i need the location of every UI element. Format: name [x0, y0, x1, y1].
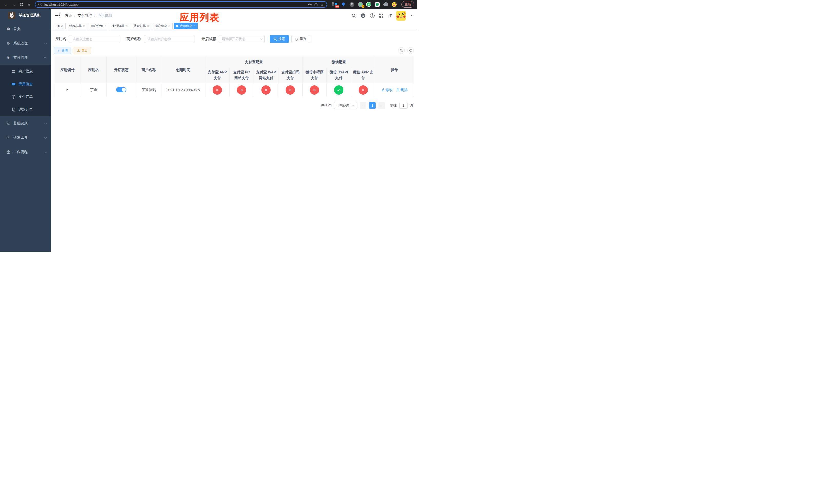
site-info-icon[interactable]: i	[39, 3, 42, 6]
app-table: 应用编号 应用名 开启状态 商户名称 创建时间 支付宝配置 微信配置 操作 支付…	[54, 56, 414, 97]
tab-user-group[interactable]: 用户分组×	[88, 23, 108, 29]
browser-toolbar: ← → ⌂ i localhost:1024/pay/app ☆ 10 ⌘ 1 …	[0, 0, 417, 9]
password-key-icon[interactable]	[308, 2, 312, 6]
cell-wechat-lite: ×	[302, 83, 327, 97]
col-status: 开启状态	[106, 57, 136, 83]
reload-icon[interactable]	[18, 3, 25, 6]
url-path: :1024/pay/app	[58, 3, 79, 6]
gem-extension-icon[interactable]	[341, 2, 346, 7]
sidebar-item-dev-tools[interactable]: 研发工具	[0, 131, 51, 145]
y-extension-icon[interactable]: y	[366, 2, 371, 7]
close-icon[interactable]: ×	[147, 24, 149, 27]
tab-home[interactable]: 首页	[55, 23, 66, 29]
toggle-search-button[interactable]	[398, 47, 405, 54]
extensions-puzzle-icon[interactable]	[383, 2, 388, 7]
col-alipay-wap: 支付宝 WAP 网站支付	[254, 67, 278, 83]
sidebar-item-workflow[interactable]: 工作流程	[0, 145, 51, 159]
sidebar-item-label: 工作流程	[13, 150, 28, 154]
sidebar-item-label: 商户信息	[19, 69, 33, 74]
plus-icon: ＋	[57, 48, 60, 53]
filter-app-name: 应用名	[54, 35, 120, 43]
avatar-caret-icon[interactable]	[410, 15, 413, 18]
status-badge: ×	[237, 85, 246, 95]
github-icon[interactable]	[360, 13, 366, 18]
share-icon[interactable]	[314, 2, 318, 6]
close-icon[interactable]: ×	[169, 24, 170, 27]
merchant-name-input[interactable]	[144, 35, 195, 43]
status-toggle[interactable]	[116, 87, 127, 92]
url-host: localhost	[44, 3, 58, 6]
reset-button[interactable]: 重置	[291, 35, 310, 43]
content: 应用名 商户名称 开启状态 请选择开启状态 搜索	[51, 30, 417, 109]
sidebar-fold-icon[interactable]	[56, 14, 60, 18]
tab-refund-order[interactable]: 退款订单×	[131, 23, 151, 29]
close-icon[interactable]: ×	[194, 24, 195, 27]
forward-icon[interactable]: →	[10, 2, 17, 7]
sidebar-item-label: 研发工具	[13, 135, 28, 140]
sidebar-item-pay-order[interactable]: ¥ 支付订单	[0, 91, 51, 103]
gear-icon: ⚙	[6, 41, 11, 46]
font-size-icon[interactable]: TT	[388, 13, 392, 18]
tab-merchant-info[interactable]: 商户信息×	[153, 23, 173, 29]
tab-pay-order[interactable]: 支付订单×	[110, 23, 130, 29]
delete-link[interactable]: 删除	[396, 88, 408, 92]
app-name-input[interactable]	[69, 35, 120, 43]
cell-app-name: 芋道	[81, 83, 106, 97]
close-icon[interactable]: ×	[126, 24, 128, 27]
prev-page-button[interactable]: ‹	[360, 102, 367, 109]
cell-merchant: 芋道源码	[136, 83, 161, 97]
export-button[interactable]: 导出	[73, 47, 91, 54]
tasks-extension-icon[interactable]: 10	[332, 2, 337, 7]
tab-process-form[interactable]: 流程表单×	[67, 23, 87, 29]
home-icon[interactable]: ⌂	[26, 2, 32, 7]
browser-update-button[interactable]: 更新	[401, 1, 414, 8]
sidebar-item-merchant-info[interactable]: 商户信息	[0, 65, 51, 78]
chevron-down-icon	[260, 38, 263, 40]
breadcrumb: 首页/支付管理/应用信息	[65, 13, 112, 18]
chevron-down-icon	[44, 151, 47, 153]
sidebar-item-infrastructure[interactable]: 基础设施	[0, 116, 51, 131]
filter-label: 商户名称	[127, 37, 141, 41]
shop-icon	[11, 69, 16, 73]
next-page-button[interactable]: ›	[378, 102, 385, 109]
sidebar-item-system[interactable]: ⚙ 系统管理	[0, 36, 51, 50]
breadcrumb-payment[interactable]: 支付管理	[78, 13, 92, 18]
status-select[interactable]: 请选择开启状态	[219, 35, 265, 43]
close-icon[interactable]: ×	[104, 24, 106, 27]
logo-row[interactable]: 芋道管理系统	[0, 9, 51, 22]
page-size-select[interactable]: 10条/页	[334, 102, 357, 109]
sidebar-item-app-info[interactable]: 应用信息	[0, 78, 51, 91]
sidebar-item-payment[interactable]: ¥ 支付管理	[0, 50, 51, 65]
filter-row: 应用名 商户名称 开启状态 请选择开启状态 搜索	[54, 35, 414, 43]
fullscreen-icon[interactable]	[379, 13, 384, 18]
goto-page-input[interactable]	[399, 102, 408, 109]
toolbox-icon	[6, 150, 11, 154]
user-avatar[interactable]	[396, 11, 406, 21]
col-merchant: 商户名称	[136, 57, 161, 83]
emoji-avatar-icon[interactable]	[392, 2, 397, 7]
url-bar[interactable]: i localhost:1024/pay/app ☆	[35, 1, 327, 8]
add-button[interactable]: ＋ 新增	[54, 47, 71, 54]
yen-circle-icon: ¥	[11, 95, 16, 99]
edit-link[interactable]: 修改	[381, 88, 393, 92]
current-page-button[interactable]: 1	[369, 102, 376, 109]
sidebar-item-refund-order[interactable]: 退款订单	[0, 103, 51, 116]
profile-extension-icon[interactable]: 1	[358, 2, 363, 7]
header-icons: ? TT	[352, 11, 413, 21]
filter-label: 开启状态	[202, 37, 216, 41]
refresh-button[interactable]	[407, 47, 414, 54]
breadcrumb-home[interactable]: 首页	[65, 13, 72, 18]
bookmark-star-icon[interactable]: ☆	[320, 3, 324, 6]
monitor-chart-icon	[6, 121, 11, 125]
search-button[interactable]: 搜索	[270, 35, 289, 43]
chat-extension-icon[interactable]	[375, 2, 380, 7]
col-wechat-app: 微信 APP 支付	[351, 67, 375, 83]
help-icon[interactable]: ?	[370, 13, 375, 18]
command-extension-icon[interactable]: ⌘	[349, 2, 354, 7]
search-icon[interactable]	[352, 13, 356, 18]
back-icon[interactable]: ←	[3, 2, 9, 7]
extension-badge: 10	[335, 5, 339, 8]
close-icon[interactable]: ×	[83, 24, 85, 27]
sidebar-item-home[interactable]: 首页	[0, 22, 51, 36]
document-icon	[11, 108, 16, 112]
